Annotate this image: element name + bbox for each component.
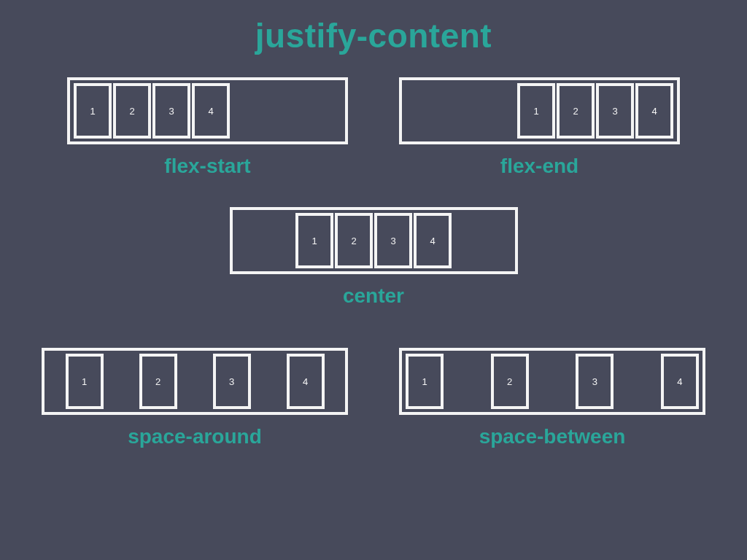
flex-container-space-around: 1 2 3 4 xyxy=(42,348,348,415)
example-center: 1 2 3 4 center xyxy=(230,207,518,308)
flex-item: 3 xyxy=(576,354,614,409)
flex-item: 3 xyxy=(213,354,251,409)
flex-item: 2 xyxy=(557,83,595,139)
example-flex-end: 1 2 3 4 flex-end xyxy=(399,77,680,178)
flex-container-center: 1 2 3 4 xyxy=(230,207,518,274)
example-row-3: 1 2 3 4 space-around 1 2 3 4 space-betwe… xyxy=(0,348,747,448)
flex-item: 2 xyxy=(491,354,529,409)
flex-container-space-between: 1 2 3 4 xyxy=(399,348,705,415)
flex-item: 3 xyxy=(596,83,634,139)
caption-flex-start: flex-start xyxy=(164,155,250,178)
example-space-around: 1 2 3 4 space-around xyxy=(42,348,348,448)
flex-item: 4 xyxy=(192,83,230,139)
caption-center: center xyxy=(343,284,404,308)
flex-item: 2 xyxy=(113,83,151,139)
caption-space-between: space-between xyxy=(479,425,626,448)
flex-item: 1 xyxy=(406,354,444,409)
flex-item: 3 xyxy=(374,213,412,268)
flex-container-flex-end: 1 2 3 4 xyxy=(399,77,680,144)
page-title: justify-content xyxy=(0,0,747,55)
flex-item: 3 xyxy=(152,83,190,139)
flex-item: 4 xyxy=(414,213,452,268)
example-space-between: 1 2 3 4 space-between xyxy=(399,348,705,448)
flex-item: 1 xyxy=(66,354,104,409)
flex-item: 2 xyxy=(139,354,177,409)
flex-item: 2 xyxy=(335,213,373,268)
flex-container-flex-start: 1 2 3 4 xyxy=(67,77,348,144)
example-flex-start: 1 2 3 4 flex-start xyxy=(67,77,348,178)
example-row-2: 1 2 3 4 center xyxy=(0,207,747,308)
flex-item: 1 xyxy=(517,83,555,139)
flex-item: 4 xyxy=(287,354,325,409)
caption-space-around: space-around xyxy=(128,425,262,448)
flex-item: 4 xyxy=(635,83,673,139)
caption-flex-end: flex-end xyxy=(500,155,578,178)
example-row-1: 1 2 3 4 flex-start 1 2 3 4 flex-end xyxy=(0,77,747,178)
flex-item: 1 xyxy=(295,213,333,268)
flex-item: 1 xyxy=(74,83,112,139)
flex-item: 4 xyxy=(661,354,699,409)
